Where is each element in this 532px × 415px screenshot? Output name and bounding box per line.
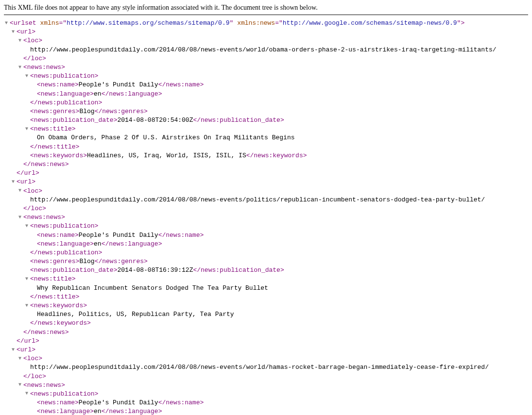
news-language: ▼<news:language>en</news:language> [4,407,528,415]
collapse-toggle[interactable]: ▼ [4,20,9,27]
title-open: ▼<news:title> [4,275,528,283]
publication-open: ▼<news:publication> [4,390,528,398]
loc-open: ▼<loc> [4,354,528,363]
loc-close: ▼</loc> [4,54,528,63]
xml-root-open: ▼<urlset xmlns="http://www.sitemaps.org/… [4,19,528,28]
collapse-toggle[interactable]: ▼ [17,214,22,221]
news-genres: ▼<news:genres>Blog</news:genres> [4,107,528,116]
collapse-toggle[interactable]: ▼ [17,64,22,71]
keywords-close: ▼</news:keywords> [4,319,528,328]
collapse-toggle[interactable]: ▼ [11,347,16,353]
title-text: ▼On Obama Orders, Phase 2 Of U.S. Airstr… [4,133,528,142]
keywords-text: ▼Headlines, Politics, US, Republican Par… [4,310,528,319]
news-open: ▼<news:news> [4,381,528,390]
title-open: ▼<news:title> [4,125,528,133]
collapse-toggle[interactable]: ▼ [24,302,29,309]
publication-open: ▼<news:publication> [4,72,528,81]
collapse-toggle[interactable]: ▼ [24,223,29,230]
news-pubdate: ▼<news:publication_date>2014-08-08T16:39… [4,266,528,275]
publication-close: ▼</news:publication> [4,99,528,107]
news-open: ▼<news:news> [4,213,528,222]
collapse-toggle[interactable]: ▼ [17,355,22,362]
collapse-toggle[interactable]: ▼ [11,179,16,185]
xml-tree: ▼<urlset xmlns="http://www.sitemaps.org/… [4,19,528,415]
collapse-toggle[interactable]: ▼ [11,29,16,35]
loc-open: ▼<loc> [4,36,528,45]
collapse-toggle[interactable]: ▼ [24,390,29,397]
xml-notice: This XML file does not appear to have an… [4,4,528,15]
collapse-toggle[interactable]: ▼ [17,37,22,44]
url-close: ▼</url> [4,169,528,178]
publication-open: ▼<news:publication> [4,222,528,231]
keywords-open: ▼<news:keywords> [4,301,528,310]
title-close: ▼</news:title> [4,143,528,151]
news-genres: ▼<news:genres>Blog</news:genres> [4,257,528,266]
news-language: ▼<news:language>en</news:language> [4,240,528,249]
loc-text: ▼http://www.peoplespunditdaily.com/2014/… [4,46,528,54]
title-close: ▼</news:title> [4,293,528,301]
url-close: ▼</url> [4,337,528,346]
url-open: ▼<url> [4,28,528,36]
url-open: ▼<url> [4,346,528,354]
collapse-toggle[interactable]: ▼ [24,126,29,133]
collapse-toggle[interactable]: ▼ [17,382,22,388]
loc-text: ▼http://www.peoplespunditdaily.com/2014/… [4,196,528,204]
collapse-toggle[interactable]: ▼ [17,187,22,194]
news-name: ▼<news:name>People's Pundit Daily</news:… [4,398,528,407]
news-name: ▼<news:name>People's Pundit Daily</news:… [4,231,528,240]
loc-open: ▼<loc> [4,187,528,196]
news-name: ▼<news:name>People's Pundit Daily</news:… [4,81,528,89]
loc-text: ▼http://www.peoplespunditdaily.com/2014/… [4,363,528,372]
loc-close: ▼</loc> [4,204,528,213]
news-open: ▼<news:news> [4,63,528,72]
publication-close: ▼</news:publication> [4,249,528,257]
title-text: ▼Why Republican Incumbent Senators Dodge… [4,284,528,293]
collapse-toggle[interactable]: ▼ [24,276,29,282]
collapse-toggle[interactable]: ▼ [24,73,29,80]
news-keywords: ▼<news:keywords>Headlines, US, Iraq, Wor… [4,151,528,160]
news-language: ▼<news:language>en</news:language> [4,90,528,99]
news-close: ▼</news:news> [4,328,528,337]
news-close: ▼</news:news> [4,160,528,169]
loc-close: ▼</loc> [4,372,528,381]
news-pubdate: ▼<news:publication_date>2014-08-08T20:54… [4,116,528,125]
url-open: ▼<url> [4,178,528,186]
